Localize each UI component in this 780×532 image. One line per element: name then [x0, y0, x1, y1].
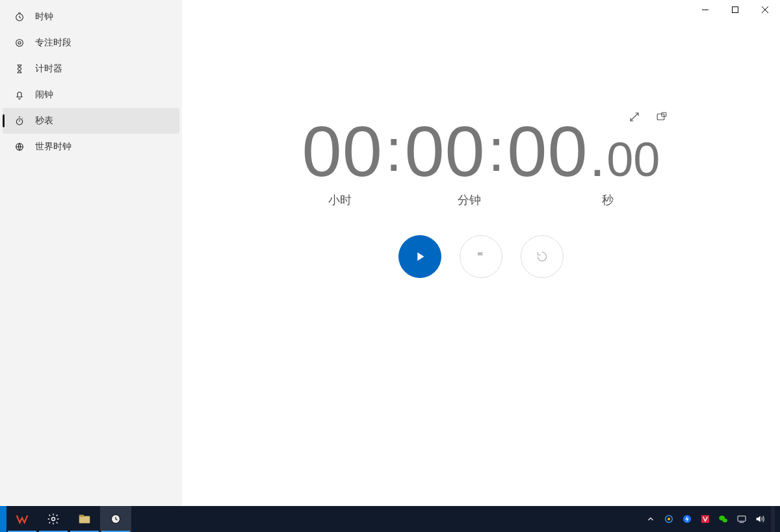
- bell-icon: [13, 88, 26, 101]
- tray-manager[interactable]: [662, 512, 676, 526]
- sidebar-item-stopwatch[interactable]: 秒表: [3, 108, 179, 134]
- taskbar-explorer[interactable]: [69, 506, 100, 532]
- sidebar-item-label: 闹钟: [35, 89, 53, 101]
- sidebar-item-label: 专注时段: [35, 37, 72, 49]
- label-seconds: 秒: [547, 192, 668, 208]
- expand-icon[interactable]: [627, 109, 642, 125]
- svg-point-1: [16, 40, 23, 47]
- stopwatch-centiseconds: 00: [606, 136, 660, 184]
- label-minutes: 分钟: [409, 192, 530, 208]
- tray-antivirus[interactable]: [698, 512, 712, 526]
- svg-rect-5: [733, 7, 738, 13]
- reset-button[interactable]: [521, 235, 564, 278]
- sidebar-item-label: 秒表: [35, 115, 53, 127]
- taskbar: [0, 506, 780, 532]
- tray-flash[interactable]: [680, 512, 694, 526]
- taskbar-wps[interactable]: [6, 506, 38, 532]
- stopwatch-unit-labels: 小时 分钟 秒: [299, 192, 663, 208]
- label-hours: 小时: [280, 192, 401, 208]
- taskbar-settings[interactable]: [38, 506, 69, 532]
- stopwatch-panel: 00 : 00 : 00 . 00 小时 分钟 秒: [299, 104, 663, 278]
- main-content: 00 : 00 : 00 . 00 小时 分钟 秒: [182, 0, 780, 506]
- time-separator: :: [488, 120, 505, 180]
- target-icon: [13, 36, 26, 49]
- stopwatch-minutes: 00: [404, 116, 485, 187]
- svg-point-2: [18, 42, 21, 44]
- svg-point-8: [52, 518, 55, 521]
- taskbar-start[interactable]: [0, 506, 6, 532]
- tray-wechat[interactable]: [716, 512, 731, 526]
- svg-point-3: [16, 119, 22, 125]
- svg-point-13: [668, 518, 670, 520]
- taskbar-left: [0, 506, 131, 532]
- sidebar-item-timer[interactable]: 计时器: [3, 56, 179, 82]
- tray-volume[interactable]: [753, 512, 767, 526]
- stopwatch-controls: [299, 235, 663, 278]
- play-button[interactable]: [398, 235, 441, 278]
- hourglass-icon: [13, 62, 26, 75]
- stopwatch-seconds: 00: [507, 116, 588, 187]
- time-dot: .: [590, 128, 605, 185]
- minimize-button[interactable]: [690, 0, 720, 19]
- close-button[interactable]: [750, 0, 780, 19]
- tray-chevron-up[interactable]: [644, 512, 658, 526]
- tray-ime[interactable]: [734, 512, 749, 526]
- lap-button[interactable]: [460, 235, 502, 278]
- svg-rect-18: [738, 516, 746, 521]
- stopwatch-icon: [13, 114, 26, 127]
- time-separator: :: [385, 120, 402, 180]
- svg-rect-10: [79, 515, 84, 518]
- window-controls: [690, 0, 780, 19]
- sidebar-item-alarm[interactable]: 闹钟: [3, 82, 179, 108]
- taskbar-tray: [644, 506, 780, 532]
- sidebar-item-focus[interactable]: 专注时段: [3, 30, 179, 56]
- sidebar: 时钟 专注时段 计时器 闹钟 秒表: [0, 0, 182, 506]
- sidebar-item-worldclock[interactable]: 世界时钟: [3, 134, 179, 160]
- sidebar-item-label: 世界时钟: [35, 141, 72, 153]
- stopwatch-hours: 00: [302, 116, 383, 187]
- app-title: 时钟: [35, 11, 53, 23]
- taskbar-clock[interactable]: [100, 506, 131, 532]
- svg-point-17: [723, 518, 728, 522]
- clock-icon: [13, 10, 26, 23]
- compact-overlay-icon[interactable]: [654, 109, 670, 125]
- stopwatch-time: 00 : 00 : 00 . 00: [299, 116, 663, 187]
- app-title-row: 时钟: [3, 4, 179, 30]
- show-desktop[interactable]: [771, 506, 775, 532]
- maximize-button[interactable]: [720, 0, 750, 19]
- svg-rect-6: [657, 114, 664, 120]
- sidebar-item-label: 计时器: [35, 63, 62, 75]
- globe-icon: [13, 140, 26, 153]
